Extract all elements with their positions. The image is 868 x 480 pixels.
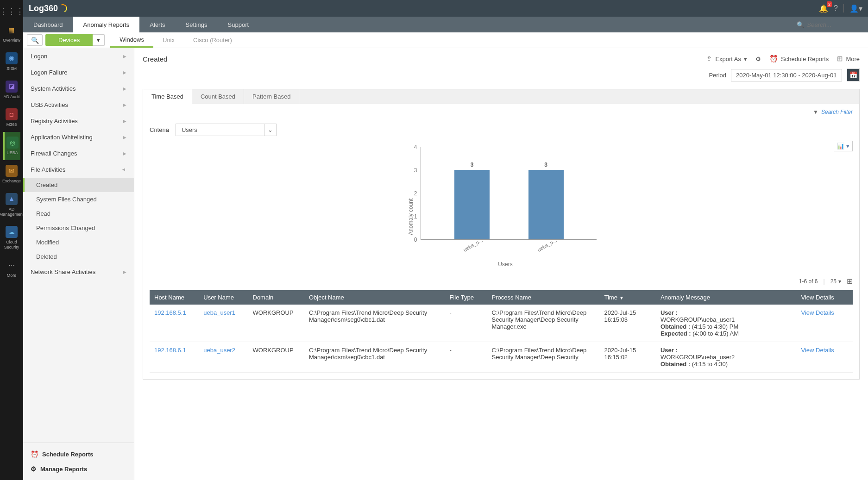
table-cell: User :WORKGROUP\ueba_user1Obtained : (4:… <box>656 305 797 342</box>
sidebar-search-button[interactable]: 🔍 <box>27 34 43 46</box>
rail-ad-management[interactable]: ▲AD Management <box>0 188 25 222</box>
sidebar-item-system-activities[interactable]: System Activities▶ <box>23 81 134 97</box>
chevron-right-icon: ▶ <box>123 118 126 124</box>
view-details-link[interactable]: View Details <box>801 347 834 354</box>
sidebar-item-firewall-changes[interactable]: Firewall Changes▶ <box>23 145 134 162</box>
sidebar-sub-created[interactable]: Created <box>23 178 134 192</box>
schedule-reports-link[interactable]: ⏰Schedule Reports <box>23 447 134 461</box>
column-header[interactable]: Process Name <box>487 290 600 305</box>
rail-exchange[interactable]: ✉Exchange <box>0 160 23 188</box>
criteria-select[interactable]: Users ⌄ <box>176 124 277 136</box>
column-header[interactable]: File Type <box>445 290 487 305</box>
sidebar-sub-permissions-changed[interactable]: Permissions Changed <box>23 221 134 235</box>
column-header[interactable]: Host Name <box>150 290 199 305</box>
table-row: 192.168.6.1ueba_user2WORKGROUPC:\Program… <box>150 342 853 373</box>
global-search[interactable]: 🔍 <box>797 17 868 32</box>
sidebar-item-registry-activities[interactable]: Registry Activities▶ <box>23 113 134 129</box>
rail-more[interactable]: ⋯More <box>4 255 19 283</box>
divider <box>843 4 844 12</box>
tab-settings[interactable]: Settings <box>176 17 218 32</box>
table-cell: 2020-Jul-15 16:15:02 <box>599 342 655 373</box>
clock-icon: ⏰ <box>31 450 38 458</box>
bar <box>454 170 490 239</box>
sidebar-item-logon-failure[interactable]: Logon Failure▶ <box>23 64 134 81</box>
tab-dashboard[interactable]: Dashboard <box>23 17 73 32</box>
sidebar-item-application-whitelisting[interactable]: Application Whitelisting▶ <box>23 129 134 145</box>
criteria-label: Criteria <box>150 126 169 133</box>
user-link[interactable]: ueba_user1 <box>203 309 235 316</box>
settings-icon[interactable]: ⚙ <box>755 56 761 62</box>
rail-adaudit[interactable]: ◪AD Audit <box>1 76 21 104</box>
user-menu-icon[interactable]: 👤▾ <box>849 4 862 13</box>
sidebar-sub-read[interactable]: Read <box>23 206 134 221</box>
table-row: 192.168.5.1ueba_user1WORKGROUPC:\Program… <box>150 305 853 342</box>
column-header[interactable]: Object Name <box>304 290 445 305</box>
tab-anomaly-reports[interactable]: Anomaly Reports <box>73 17 140 32</box>
chevron-right-icon: ▶ <box>123 135 126 140</box>
manage-reports-link[interactable]: ⚙Manage Reports <box>23 461 134 476</box>
criteria-value: Users <box>176 124 264 136</box>
host-link[interactable]: 192.168.5.1 <box>154 309 186 316</box>
columns-icon[interactable]: ⊞ <box>847 277 853 286</box>
rail-cloud-security[interactable]: ☁Cloud Security <box>0 221 23 255</box>
subtab-windows[interactable]: Windows <box>110 32 153 48</box>
rail-overview[interactable]: ▦Overview <box>1 19 22 48</box>
sidebar: Logon▶ Logon Failure▶ System Activities▶… <box>23 48 134 480</box>
column-header[interactable]: View Details <box>797 290 853 305</box>
siem-icon: ◉ <box>6 52 18 64</box>
more-button[interactable]: ⊞More <box>837 55 860 63</box>
calendar-button[interactable]: 📅 <box>847 69 860 81</box>
column-header[interactable]: Time▼ <box>599 290 655 305</box>
subtab-cisco[interactable]: Cisco (Router) <box>184 32 241 48</box>
search-input[interactable] <box>807 21 862 28</box>
help-icon[interactable]: ? <box>834 4 838 12</box>
user-link[interactable]: ueba_user2 <box>203 347 235 354</box>
panel-tab-time-based[interactable]: Time Based <box>143 89 192 104</box>
chart-bar[interactable]: 3 <box>528 162 564 239</box>
export-as-button[interactable]: ⇪Export As ▾ <box>706 55 747 63</box>
chevron-right-icon: ▶ <box>123 151 126 156</box>
period-input[interactable] <box>731 69 842 81</box>
chevron-down-icon[interactable]: ▾ <box>93 34 105 46</box>
notifications-icon[interactable]: 🔔2 <box>819 4 828 13</box>
view-details-link[interactable]: View Details <box>801 309 834 316</box>
sidebar-item-network-share-activities[interactable]: Network Share Activities▶ <box>23 264 134 280</box>
column-header[interactable]: User Name <box>199 290 248 305</box>
rail-siem[interactable]: ◉SIEM <box>4 48 19 76</box>
sidebar-item-usb-activities[interactable]: USB Activities▶ <box>23 97 134 113</box>
table-cell: 2020-Jul-15 16:15:03 <box>599 305 655 342</box>
table-cell: 192.168.5.1 <box>150 305 199 342</box>
exchange-icon: ✉ <box>6 165 18 177</box>
chevron-down-icon[interactable]: ⌄ <box>264 124 276 136</box>
chart-bar[interactable]: 3 <box>454 162 490 239</box>
bar <box>528 170 564 239</box>
sidebar-item-file-activities[interactable]: File Activities▼ <box>23 162 134 178</box>
subtab-unix[interactable]: Unix <box>153 32 184 48</box>
column-header[interactable]: Anomaly Message <box>656 290 797 305</box>
rail-ueba[interactable]: ◎UEBA <box>3 132 20 160</box>
sidebar-sub-system-files-changed[interactable]: System Files Changed <box>23 192 134 206</box>
table-cell: User :WORKGROUP\ueba_user2Obtained : (4:… <box>656 342 797 373</box>
sidebar-sub-deleted[interactable]: Deleted <box>23 249 134 264</box>
sub-nav: 🔍 Devices ▾ Windows Unix Cisco (Router) <box>23 32 868 48</box>
page-content: Created ⇪Export As ▾ ⚙ ⏰Schedule Reports… <box>134 48 868 480</box>
search-filter-link[interactable]: Search Filter <box>821 109 853 115</box>
panel-tab-count-based[interactable]: Count Based <box>192 89 244 104</box>
panel-tab-pattern-based[interactable]: Pattern Based <box>244 89 299 104</box>
column-header[interactable]: Domain <box>248 290 304 305</box>
ad-management-icon: ▲ <box>6 193 18 205</box>
x-labels: ueba_u...ueba_u... <box>421 240 597 248</box>
schedule-reports-button[interactable]: ⏰Schedule Reports <box>769 55 829 63</box>
tab-alerts[interactable]: Alerts <box>139 17 175 32</box>
chart-type-toggle[interactable]: 📊 ▾ <box>834 141 853 151</box>
sidebar-item-logon[interactable]: Logon▶ <box>23 48 134 64</box>
page-title: Created <box>143 55 167 63</box>
tab-support[interactable]: Support <box>218 17 259 32</box>
host-link[interactable]: 192.168.6.1 <box>154 347 186 354</box>
devices-button[interactable]: Devices <box>45 34 93 46</box>
rail-m365[interactable]: ◘M365 <box>4 104 19 132</box>
devices-dropdown[interactable]: Devices ▾ <box>45 34 105 46</box>
sidebar-sub-modified[interactable]: Modified <box>23 235 134 249</box>
page-size-dropdown[interactable]: 25 ▾ <box>830 278 841 285</box>
overview-icon: ▦ <box>6 24 18 36</box>
